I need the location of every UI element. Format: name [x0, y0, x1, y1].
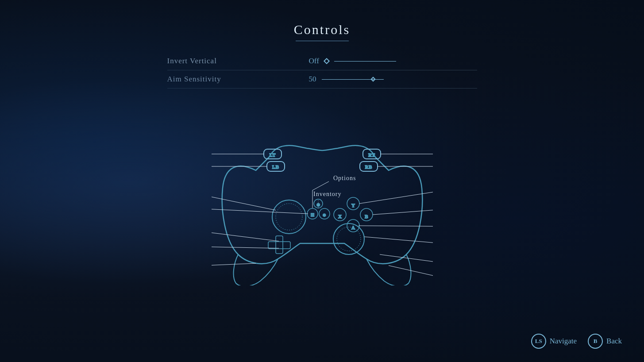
setting-label-invert: Invert Vertical: [167, 57, 309, 65]
setting-label-aim: Aim Sensitivity: [167, 75, 309, 84]
svg-point-0: [272, 200, 306, 234]
ls-button: LS: [531, 334, 546, 349]
svg-text:RT: RT: [368, 152, 375, 158]
bottom-nav: LS Navigate B Back: [531, 334, 622, 349]
svg-text:Y: Y: [351, 203, 355, 208]
ls-label: LS: [535, 338, 542, 345]
controller-area: Y B A X ⊗ ☰ ⊙ LT LB RT R: [123, 102, 521, 301]
svg-line-41: [380, 254, 433, 267]
svg-text:LB: LB: [272, 164, 279, 169]
svg-line-38: [373, 207, 433, 215]
svg-text:A: A: [351, 225, 355, 230]
svg-point-4: [333, 223, 364, 254]
svg-point-1: [276, 204, 302, 230]
controller-svg: Y B A X ⊗ ☰ ⊙ LT LB RT R: [212, 117, 433, 285]
svg-rect-2: [276, 236, 283, 254]
slider-line-aim: [322, 79, 384, 80]
aim-value-text: 50: [309, 75, 316, 84]
svg-line-44: [312, 181, 329, 190]
setting-value-aim[interactable]: 50: [309, 75, 384, 84]
back-label: Back: [606, 337, 622, 346]
settings-section: Invert Vertical Off Aim Sensitivity 50: [167, 52, 477, 89]
svg-text:⊙: ⊙: [323, 213, 326, 217]
b-label: B: [594, 338, 598, 345]
invert-value-text: Off: [309, 57, 319, 65]
slider-thumb-icon: [370, 77, 375, 81]
setting-row-invert: Invert Vertical Off: [167, 52, 477, 70]
setting-value-invert[interactable]: Off: [309, 57, 396, 65]
nav-item-navigate: LS Navigate: [531, 334, 577, 349]
svg-rect-3: [268, 242, 290, 249]
svg-text:☰: ☰: [311, 213, 314, 217]
svg-text:B: B: [365, 214, 368, 219]
svg-text:⊗: ⊗: [316, 202, 320, 207]
navigate-label: Navigate: [550, 337, 577, 346]
svg-line-31: [212, 207, 308, 214]
svg-line-33: [212, 246, 279, 248]
b-button: B: [588, 334, 603, 349]
svg-line-32: [212, 227, 279, 241]
svg-text:Inventory: Inventory: [313, 191, 341, 197]
diamond-icon: [324, 58, 330, 64]
slider-line-invert: [334, 61, 396, 62]
svg-text:Options: Options: [333, 175, 356, 181]
svg-text:LT: LT: [269, 152, 275, 158]
page-title: Controls: [0, 22, 644, 41]
setting-row-aim: Aim Sensitivity 50: [167, 70, 477, 89]
nav-item-back[interactable]: B Back: [588, 334, 622, 349]
svg-line-34: [212, 263, 256, 267]
svg-line-39: [359, 226, 433, 227]
svg-text:RB: RB: [365, 164, 372, 169]
svg-line-30: [212, 186, 276, 210]
svg-line-40: [364, 237, 433, 246]
svg-text:X: X: [338, 214, 342, 219]
